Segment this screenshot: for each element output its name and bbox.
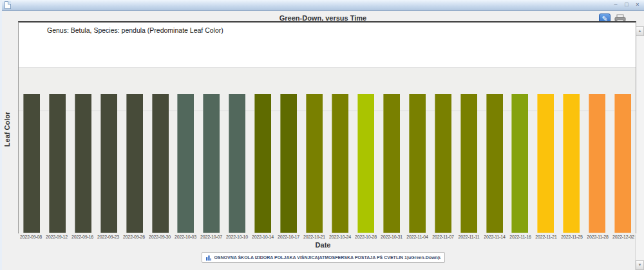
bar-cell [70, 94, 96, 233]
chart-window: – □ × Green-Down, versus Time ✎ ▲ ▼ Genu… [0, 0, 644, 270]
bar [177, 94, 194, 233]
bar [537, 94, 554, 233]
scroll-up-button[interactable]: ▲ [636, 26, 644, 36]
bar-cell [353, 94, 379, 233]
bar-cell [44, 94, 70, 233]
x-tick-label: 2022-10-24 [327, 235, 353, 239]
bar [229, 94, 245, 233]
x-tick-label: 2022-10-17 [276, 235, 301, 239]
x-tick-label: 2022-12-02 [611, 235, 636, 239]
bar [435, 94, 451, 233]
close-button[interactable]: × [634, 1, 641, 9]
bar-cell [507, 94, 533, 233]
bar-cell [456, 94, 482, 233]
bar-cell [558, 94, 584, 233]
x-tick-label: 2022-10-28 [353, 235, 379, 239]
window-titlebar[interactable]: – □ × [2, 0, 644, 11]
bar-cell [198, 94, 224, 233]
bar [23, 94, 40, 233]
site-caption-text: OSNOVNA ŠKOLA IZIDORA POLJAKA VIŠNJICA|A… [214, 255, 440, 260]
x-tick-label: 2022-10-14 [250, 235, 276, 239]
x-tick-label: 2022-11-11 [456, 235, 482, 239]
vertical-scrollbar[interactable]: ▲ ▼ [635, 26, 644, 270]
bar [563, 94, 580, 233]
x-tick-label: 2022-11-14 [482, 235, 507, 239]
chart-panel: Green-Down, versus Time ✎ ▲ ▼ Genus: Bet… [2, 11, 644, 270]
x-tick-label: 2022-09-16 [70, 235, 95, 239]
bar [589, 94, 605, 233]
bar-cell [584, 94, 610, 233]
bar-cell [533, 94, 558, 233]
bar [280, 94, 297, 233]
bar [203, 94, 220, 233]
bar-cell [327, 94, 353, 233]
site-caption[interactable]: OSNOVNA ŠKOLA IZIDORA POLJAKA VIŠNJICA|A… [202, 252, 445, 263]
maximize-button[interactable]: □ [623, 1, 630, 9]
bar-cell [96, 94, 122, 233]
y-axis-title: Leaf Color [3, 107, 11, 152]
x-tick-label: 2022-11-25 [559, 235, 585, 239]
bar [152, 94, 169, 233]
document-icon [5, 1, 11, 9]
bar [126, 94, 143, 233]
bar [332, 94, 348, 233]
bar-cell [250, 94, 276, 233]
x-axis-tick-labels: 2022-09-082022-09-122022-09-162022-09-23… [18, 235, 636, 239]
bar [49, 94, 66, 233]
x-tick-label: 2022-11-21 [533, 235, 559, 239]
bar-cell [610, 94, 636, 233]
x-tick-label: 2022-09-30 [147, 235, 173, 239]
x-tick-label: 2022-10-10 [224, 235, 250, 239]
bar-cell [122, 94, 147, 233]
x-tick-label: 2022-10-31 [379, 235, 404, 239]
bar [306, 94, 323, 233]
bar [357, 94, 374, 233]
bar-cell [404, 94, 430, 233]
bar-cell [147, 94, 173, 233]
x-tick-label: 2022-11-16 [507, 235, 533, 239]
bar-cell [19, 94, 44, 233]
bar [409, 94, 426, 233]
x-tick-label: 2022-09-08 [18, 235, 44, 239]
series-legend: Genus: Betula, Species: pendula (Predomi… [47, 26, 223, 34]
bar-cell [379, 94, 404, 233]
bar [383, 94, 400, 233]
bar-cell [430, 94, 456, 233]
bar-cell [173, 94, 199, 233]
bar-cell [301, 94, 327, 233]
x-tick-label: 2022-11-07 [430, 235, 456, 239]
bar [460, 94, 477, 233]
x-tick-label: 2022-11-04 [404, 235, 430, 239]
bars [19, 94, 636, 233]
bar [511, 94, 528, 233]
bar-cell [276, 94, 301, 233]
bar-cell [224, 94, 250, 233]
x-axis-title: Date [2, 241, 644, 249]
bar [75, 94, 91, 233]
bar [254, 94, 271, 233]
x-tick-label: 2022-09-26 [121, 235, 147, 239]
bar-cell [482, 94, 507, 233]
x-tick-label: 2022-10-03 [173, 235, 198, 239]
bar [614, 94, 631, 233]
x-tick-label: 2022-09-12 [44, 235, 70, 239]
x-tick-label: 2022-10-21 [301, 235, 327, 239]
bar [486, 94, 503, 233]
bar [100, 94, 117, 233]
plot-area: Genus: Betula, Species: pendula (Predomi… [18, 21, 636, 233]
minimize-button[interactable]: – [612, 1, 620, 9]
scroll-down-button[interactable]: ▼ [636, 260, 644, 270]
x-tick-label: 2022-11-28 [585, 235, 611, 239]
site-chart-icon [206, 255, 212, 261]
x-tick-label: 2022-09-23 [95, 235, 121, 239]
x-tick-label: 2022-10-07 [198, 235, 224, 239]
